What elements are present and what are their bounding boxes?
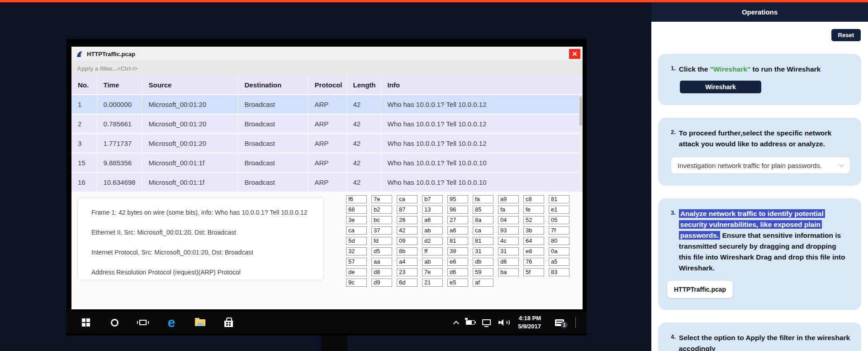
packet-row[interactable]: 31.771737Microsoft_00:01:20BroadcastARP4… [71,134,583,153]
hex-byte-input[interactable] [397,206,417,214]
hex-byte-input[interactable] [422,268,443,276]
show-desktop-divider[interactable] [575,317,576,328]
hex-byte-input[interactable] [422,195,443,203]
battery-icon[interactable] [466,320,474,325]
scrollbar-thumb[interactable] [579,96,582,125]
packet-row[interactable]: 1610.634698Microsoft_00:01:1fBroadcastAR… [71,173,583,192]
cortana-button[interactable] [109,316,120,329]
wireshark-launch-button[interactable]: Wireshark [680,81,761,93]
hex-byte-input[interactable] [397,279,417,287]
hex-byte-input[interactable] [523,237,544,245]
attack-type-dropdown[interactable]: Investigation network traffic for plain … [671,157,850,174]
hex-byte-input[interactable] [523,258,544,266]
hex-byte-input[interactable] [447,258,468,266]
hex-byte-input[interactable] [447,206,468,214]
hex-byte-input[interactable] [549,206,569,214]
hex-byte-input[interactable] [371,258,392,266]
hex-byte-input[interactable] [498,247,519,255]
packet-row[interactable]: 20.785661Microsoft_00:01:20BroadcastARP4… [71,114,583,134]
hex-byte-input[interactable] [549,216,569,224]
packet-details-pane[interactable]: Frame 1: 42 bytes on wire (some bits), i… [77,197,324,280]
hex-byte-input[interactable] [498,195,519,203]
hex-byte-input[interactable] [371,226,392,235]
hex-byte-input[interactable] [346,247,367,255]
hex-byte-input[interactable] [549,268,569,276]
hex-byte-input[interactable] [523,268,544,276]
hex-byte-input[interactable] [447,237,468,245]
hex-byte-input[interactable] [371,268,392,276]
hex-byte-input[interactable] [397,258,417,266]
hex-byte-input[interactable] [473,268,493,276]
hex-byte-input[interactable] [473,237,493,245]
hex-byte-input[interactable] [447,195,468,203]
hex-byte-input[interactable] [422,258,443,266]
hex-byte-input[interactable] [422,279,443,287]
hex-byte-input[interactable] [346,237,367,245]
hex-byte-input[interactable] [523,226,544,235]
filter-input[interactable] [71,62,583,76]
hex-byte-input[interactable] [523,195,544,203]
packet-list-scrollbar[interactable] [579,96,583,192]
hex-byte-input[interactable] [498,268,519,276]
hex-byte-input[interactable] [422,237,443,245]
hex-byte-input[interactable] [346,206,367,214]
hex-byte-input[interactable] [346,195,367,203]
hex-byte-input[interactable] [447,216,468,224]
hex-byte-input[interactable] [397,237,417,245]
edge-button[interactable]: e [166,316,177,329]
packet-row[interactable]: 10.000000Microsoft_00:01:20BroadcastARP4… [71,95,583,114]
notifications-button[interactable]: 1 [555,319,564,326]
hex-byte-input[interactable] [422,206,443,214]
close-button[interactable]: ✕ [569,49,580,59]
hex-byte-input[interactable] [473,247,493,255]
volume-icon[interactable] [498,318,510,327]
hex-byte-input[interactable] [473,258,493,266]
hex-byte-input[interactable] [397,247,417,255]
hex-byte-input[interactable] [447,226,468,235]
reset-button[interactable]: Reset [831,29,861,41]
file-explorer-button[interactable] [194,316,206,329]
hex-byte-input[interactable] [473,226,493,235]
hex-byte-input[interactable] [397,195,417,203]
hex-byte-input[interactable] [523,247,544,255]
column-header[interactable]: Protocol [308,76,346,95]
column-header[interactable]: Length [346,76,381,95]
pcap-file-chip[interactable]: HTTPTraffic.pcap [667,281,733,298]
hex-byte-input[interactable] [397,216,417,224]
hex-byte-input[interactable] [447,279,468,287]
hex-byte-input[interactable] [371,247,392,255]
network-icon[interactable] [482,319,491,325]
hex-byte-input[interactable] [549,258,569,266]
hex-byte-input[interactable] [549,237,569,245]
hex-byte-input[interactable] [346,258,367,266]
hex-byte-input[interactable] [371,279,392,287]
hex-byte-input[interactable] [498,206,519,214]
hex-byte-input[interactable] [397,268,417,276]
hex-byte-input[interactable] [346,226,367,235]
hex-byte-input[interactable] [473,206,493,214]
clock[interactable]: 4:18 PM 5/9/2017 [518,314,541,330]
start-button[interactable] [80,316,92,329]
column-header[interactable]: Source [142,76,238,95]
hex-byte-input[interactable] [447,247,468,255]
store-button[interactable] [223,316,234,329]
hex-byte-input[interactable] [523,216,544,224]
hex-byte-input[interactable] [346,268,367,276]
hex-byte-input[interactable] [422,226,443,235]
hex-byte-input[interactable] [346,279,367,287]
hex-byte-input[interactable] [371,195,392,203]
hex-byte-input[interactable] [473,195,493,203]
column-header[interactable]: No. [71,76,97,95]
hex-byte-input[interactable] [447,268,468,276]
tray-expand-icon[interactable] [454,321,460,327]
hex-byte-input[interactable] [371,237,392,245]
hex-byte-input[interactable] [371,206,392,214]
packet-row[interactable]: 159.885356Microsoft_00:01:1fBroadcastARP… [71,153,583,173]
hex-byte-input[interactable] [397,226,417,235]
hex-byte-input[interactable] [498,258,519,266]
hex-byte-input[interactable] [498,216,519,224]
hex-byte-input[interactable] [523,206,544,214]
task-view-button[interactable] [137,316,149,329]
hex-byte-input[interactable] [498,237,519,245]
hex-byte-input[interactable] [549,247,569,255]
